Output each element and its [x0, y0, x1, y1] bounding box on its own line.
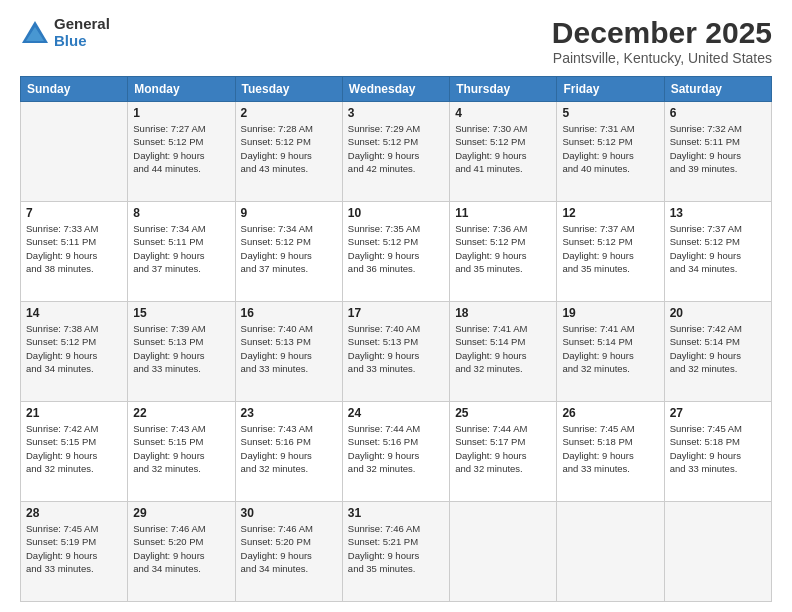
day-info: Sunrise: 7:42 AM Sunset: 5:14 PM Dayligh…: [670, 322, 766, 375]
calendar-header-wednesday: Wednesday: [342, 77, 449, 102]
calendar-week-row: 14Sunrise: 7:38 AM Sunset: 5:12 PM Dayli…: [21, 302, 772, 402]
day-number: 4: [455, 106, 551, 120]
day-info: Sunrise: 7:46 AM Sunset: 5:21 PM Dayligh…: [348, 522, 444, 575]
calendar-cell: 20Sunrise: 7:42 AM Sunset: 5:14 PM Dayli…: [664, 302, 771, 402]
calendar-header-tuesday: Tuesday: [235, 77, 342, 102]
day-info: Sunrise: 7:41 AM Sunset: 5:14 PM Dayligh…: [562, 322, 658, 375]
day-info: Sunrise: 7:46 AM Sunset: 5:20 PM Dayligh…: [133, 522, 229, 575]
header: General Blue December 2025 Paintsville, …: [20, 16, 772, 66]
day-info: Sunrise: 7:36 AM Sunset: 5:12 PM Dayligh…: [455, 222, 551, 275]
logo-icon: [20, 19, 50, 47]
day-info: Sunrise: 7:37 AM Sunset: 5:12 PM Dayligh…: [670, 222, 766, 275]
day-number: 15: [133, 306, 229, 320]
calendar-cell: 5Sunrise: 7:31 AM Sunset: 5:12 PM Daylig…: [557, 102, 664, 202]
day-number: 30: [241, 506, 337, 520]
calendar-header-sunday: Sunday: [21, 77, 128, 102]
day-info: Sunrise: 7:42 AM Sunset: 5:15 PM Dayligh…: [26, 422, 122, 475]
day-number: 24: [348, 406, 444, 420]
day-number: 20: [670, 306, 766, 320]
day-info: Sunrise: 7:45 AM Sunset: 5:18 PM Dayligh…: [562, 422, 658, 475]
calendar-week-row: 21Sunrise: 7:42 AM Sunset: 5:15 PM Dayli…: [21, 402, 772, 502]
day-info: Sunrise: 7:39 AM Sunset: 5:13 PM Dayligh…: [133, 322, 229, 375]
day-number: 1: [133, 106, 229, 120]
calendar-cell: 9Sunrise: 7:34 AM Sunset: 5:12 PM Daylig…: [235, 202, 342, 302]
day-number: 12: [562, 206, 658, 220]
day-info: Sunrise: 7:44 AM Sunset: 5:17 PM Dayligh…: [455, 422, 551, 475]
day-number: 19: [562, 306, 658, 320]
calendar-cell: 30Sunrise: 7:46 AM Sunset: 5:20 PM Dayli…: [235, 502, 342, 602]
calendar-header-friday: Friday: [557, 77, 664, 102]
calendar-cell: 16Sunrise: 7:40 AM Sunset: 5:13 PM Dayli…: [235, 302, 342, 402]
calendar-cell: 6Sunrise: 7:32 AM Sunset: 5:11 PM Daylig…: [664, 102, 771, 202]
day-info: Sunrise: 7:31 AM Sunset: 5:12 PM Dayligh…: [562, 122, 658, 175]
calendar-header-saturday: Saturday: [664, 77, 771, 102]
calendar-cell: 25Sunrise: 7:44 AM Sunset: 5:17 PM Dayli…: [450, 402, 557, 502]
main-title: December 2025: [552, 16, 772, 50]
calendar-cell: 7Sunrise: 7:33 AM Sunset: 5:11 PM Daylig…: [21, 202, 128, 302]
calendar-cell: 22Sunrise: 7:43 AM Sunset: 5:15 PM Dayli…: [128, 402, 235, 502]
calendar-table: SundayMondayTuesdayWednesdayThursdayFrid…: [20, 76, 772, 602]
logo: General Blue: [20, 16, 110, 49]
day-number: 28: [26, 506, 122, 520]
page: General Blue December 2025 Paintsville, …: [0, 0, 792, 612]
calendar-week-row: 28Sunrise: 7:45 AM Sunset: 5:19 PM Dayli…: [21, 502, 772, 602]
calendar-header-row: SundayMondayTuesdayWednesdayThursdayFrid…: [21, 77, 772, 102]
calendar-cell: 14Sunrise: 7:38 AM Sunset: 5:12 PM Dayli…: [21, 302, 128, 402]
day-info: Sunrise: 7:44 AM Sunset: 5:16 PM Dayligh…: [348, 422, 444, 475]
logo-blue-text: Blue: [54, 33, 110, 50]
calendar-week-row: 1Sunrise: 7:27 AM Sunset: 5:12 PM Daylig…: [21, 102, 772, 202]
calendar-cell: 8Sunrise: 7:34 AM Sunset: 5:11 PM Daylig…: [128, 202, 235, 302]
day-info: Sunrise: 7:45 AM Sunset: 5:19 PM Dayligh…: [26, 522, 122, 575]
calendar-cell: 31Sunrise: 7:46 AM Sunset: 5:21 PM Dayli…: [342, 502, 449, 602]
calendar-cell: 12Sunrise: 7:37 AM Sunset: 5:12 PM Dayli…: [557, 202, 664, 302]
day-info: Sunrise: 7:27 AM Sunset: 5:12 PM Dayligh…: [133, 122, 229, 175]
calendar-cell: 2Sunrise: 7:28 AM Sunset: 5:12 PM Daylig…: [235, 102, 342, 202]
calendar-cell: 29Sunrise: 7:46 AM Sunset: 5:20 PM Dayli…: [128, 502, 235, 602]
day-number: 17: [348, 306, 444, 320]
day-info: Sunrise: 7:37 AM Sunset: 5:12 PM Dayligh…: [562, 222, 658, 275]
calendar-cell: 10Sunrise: 7:35 AM Sunset: 5:12 PM Dayli…: [342, 202, 449, 302]
day-number: 8: [133, 206, 229, 220]
day-info: Sunrise: 7:41 AM Sunset: 5:14 PM Dayligh…: [455, 322, 551, 375]
day-info: Sunrise: 7:33 AM Sunset: 5:11 PM Dayligh…: [26, 222, 122, 275]
calendar-cell: 21Sunrise: 7:42 AM Sunset: 5:15 PM Dayli…: [21, 402, 128, 502]
calendar-cell: 11Sunrise: 7:36 AM Sunset: 5:12 PM Dayli…: [450, 202, 557, 302]
title-block: December 2025 Paintsville, Kentucky, Uni…: [552, 16, 772, 66]
day-info: Sunrise: 7:45 AM Sunset: 5:18 PM Dayligh…: [670, 422, 766, 475]
calendar-cell: 17Sunrise: 7:40 AM Sunset: 5:13 PM Dayli…: [342, 302, 449, 402]
calendar-cell: 28Sunrise: 7:45 AM Sunset: 5:19 PM Dayli…: [21, 502, 128, 602]
day-number: 5: [562, 106, 658, 120]
day-info: Sunrise: 7:35 AM Sunset: 5:12 PM Dayligh…: [348, 222, 444, 275]
day-info: Sunrise: 7:28 AM Sunset: 5:12 PM Dayligh…: [241, 122, 337, 175]
calendar-cell: [557, 502, 664, 602]
day-number: 29: [133, 506, 229, 520]
calendar-cell: 23Sunrise: 7:43 AM Sunset: 5:16 PM Dayli…: [235, 402, 342, 502]
day-number: 10: [348, 206, 444, 220]
calendar-cell: 4Sunrise: 7:30 AM Sunset: 5:12 PM Daylig…: [450, 102, 557, 202]
day-info: Sunrise: 7:38 AM Sunset: 5:12 PM Dayligh…: [26, 322, 122, 375]
calendar-cell: 3Sunrise: 7:29 AM Sunset: 5:12 PM Daylig…: [342, 102, 449, 202]
calendar-cell: 27Sunrise: 7:45 AM Sunset: 5:18 PM Dayli…: [664, 402, 771, 502]
calendar-week-row: 7Sunrise: 7:33 AM Sunset: 5:11 PM Daylig…: [21, 202, 772, 302]
day-info: Sunrise: 7:29 AM Sunset: 5:12 PM Dayligh…: [348, 122, 444, 175]
day-number: 16: [241, 306, 337, 320]
day-info: Sunrise: 7:34 AM Sunset: 5:11 PM Dayligh…: [133, 222, 229, 275]
calendar-cell: 1Sunrise: 7:27 AM Sunset: 5:12 PM Daylig…: [128, 102, 235, 202]
day-info: Sunrise: 7:43 AM Sunset: 5:16 PM Dayligh…: [241, 422, 337, 475]
day-number: 6: [670, 106, 766, 120]
calendar-cell: 19Sunrise: 7:41 AM Sunset: 5:14 PM Dayli…: [557, 302, 664, 402]
day-number: 18: [455, 306, 551, 320]
day-number: 11: [455, 206, 551, 220]
day-info: Sunrise: 7:46 AM Sunset: 5:20 PM Dayligh…: [241, 522, 337, 575]
day-number: 13: [670, 206, 766, 220]
calendar-header-monday: Monday: [128, 77, 235, 102]
calendar-cell: 24Sunrise: 7:44 AM Sunset: 5:16 PM Dayli…: [342, 402, 449, 502]
day-number: 23: [241, 406, 337, 420]
calendar-cell: 18Sunrise: 7:41 AM Sunset: 5:14 PM Dayli…: [450, 302, 557, 402]
day-number: 22: [133, 406, 229, 420]
day-info: Sunrise: 7:43 AM Sunset: 5:15 PM Dayligh…: [133, 422, 229, 475]
day-info: Sunrise: 7:30 AM Sunset: 5:12 PM Dayligh…: [455, 122, 551, 175]
calendar-cell: 13Sunrise: 7:37 AM Sunset: 5:12 PM Dayli…: [664, 202, 771, 302]
calendar-cell: 26Sunrise: 7:45 AM Sunset: 5:18 PM Dayli…: [557, 402, 664, 502]
subtitle: Paintsville, Kentucky, United States: [552, 50, 772, 66]
